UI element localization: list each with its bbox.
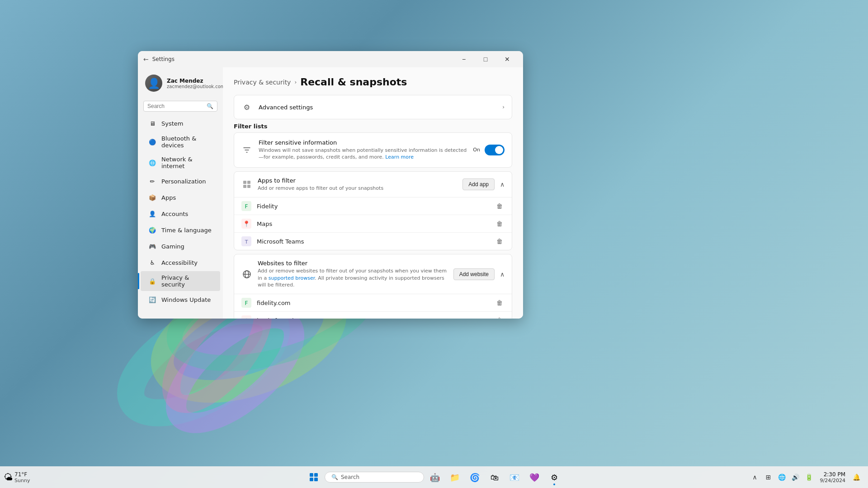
apps-icon: 📦 xyxy=(148,193,157,202)
gaming-icon: 🎮 xyxy=(148,242,157,251)
add-website-button[interactable]: Add website xyxy=(453,268,495,280)
weather-info: 71°F Sunny xyxy=(14,471,30,483)
tray-volume-icon[interactable]: 🔊 xyxy=(789,471,802,483)
sidebar-item-label: System xyxy=(161,120,183,127)
svg-rect-5 xyxy=(243,181,246,184)
breadcrumb-parent[interactable]: Privacy & security xyxy=(234,79,291,86)
window-body: 👤 Zac Mendez zacmendez@outlook.com 🔍 🖥 S… xyxy=(138,67,523,319)
filter-sensitive-toggle[interactable] xyxy=(485,145,505,155)
fidelity-web-logo: F xyxy=(241,298,251,308)
sidebar-item-label: Time & language xyxy=(161,227,212,234)
sidebar-item-personalization[interactable]: ✏️ Personalization xyxy=(141,174,220,189)
breadcrumb-separator: › xyxy=(294,79,297,85)
boa-logo: 🏦 xyxy=(241,315,251,319)
user-email: zacmendez@outlook.com xyxy=(167,84,223,89)
back-icon[interactable]: ← xyxy=(143,56,149,63)
user-info: Zac Mendez zacmendez@outlook.com xyxy=(167,78,223,89)
sidebar-item-label: Privacy & security xyxy=(161,274,213,288)
taskbar-microsoft-store[interactable]: 🛍 xyxy=(486,468,504,486)
breadcrumb: Privacy & security › Recall & snapshots xyxy=(234,76,512,88)
websites-filter-title: Websites to filter xyxy=(258,260,448,267)
clock-time: 2:30 PM xyxy=(824,471,845,478)
taskbar-teams[interactable]: 💜 xyxy=(525,468,543,486)
avatar: 👤 xyxy=(145,75,162,92)
taskbar-settings[interactable]: ⚙️ xyxy=(545,468,563,486)
sidebar-item-label: Network & internet xyxy=(161,156,213,169)
learn-more-link[interactable]: Learn more xyxy=(385,154,414,160)
filter-sensitive-card: Filter sensitive information Windows wil… xyxy=(234,132,512,168)
system-clock[interactable]: 2:30 PM 9/24/2024 xyxy=(817,470,848,484)
maps-logo: 📍 xyxy=(241,219,251,229)
weather-widget[interactable]: 🌤 71°F Sunny xyxy=(0,469,33,485)
user-name: Zac Mendez xyxy=(167,78,223,84)
sidebar-search-box[interactable]: 🔍 xyxy=(143,101,217,112)
sidebar: 👤 Zac Mendez zacmendez@outlook.com 🔍 🖥 S… xyxy=(138,67,223,319)
sidebar-item-gaming[interactable]: 🎮 Gaming xyxy=(141,239,220,254)
delete-boa-button[interactable]: 🗑 xyxy=(495,316,505,319)
notification-icon[interactable]: 🔔 xyxy=(850,471,863,483)
tray-chevron[interactable]: ∧ xyxy=(749,471,761,483)
tray-battery-icon[interactable]: 🔋 xyxy=(803,471,816,483)
svg-text:📍: 📍 xyxy=(243,220,250,228)
svg-text:F: F xyxy=(245,203,248,210)
svg-rect-25 xyxy=(314,473,318,477)
advanced-settings-text: Advanced settings xyxy=(259,104,496,111)
teams-logo: T xyxy=(241,236,251,246)
gear-icon: ⚙️ xyxy=(241,102,252,113)
collapse-apps-button[interactable]: ∧ xyxy=(500,181,505,188)
taskbar: 🌤 71°F Sunny 🔍 Search 🤖 📁 🌀 xyxy=(0,466,868,488)
advanced-settings-row[interactable]: ⚙️ Advanced settings › xyxy=(234,95,512,119)
websites-filter-icon xyxy=(241,269,252,280)
filter-sensitive-text: Filter sensitive information Windows wil… xyxy=(259,139,467,161)
taskbar-file-explorer[interactable]: 📁 xyxy=(446,468,464,486)
sidebar-item-label: Personalization xyxy=(161,178,206,185)
app-name-fidelity: Fidelity xyxy=(257,203,489,210)
sidebar-item-privacy[interactable]: 🔒 Privacy & security xyxy=(141,271,220,291)
taskbar-copilot[interactable]: 🤖 xyxy=(426,468,444,486)
app-name-teams: Microsoft Teams xyxy=(257,238,489,245)
svg-rect-8 xyxy=(247,185,250,188)
website-name-boa: bankofamerica.com xyxy=(257,317,489,319)
close-button[interactable]: ✕ xyxy=(497,52,518,66)
tray-network-icon[interactable]: 🌐 xyxy=(776,471,788,483)
filter-lists-label: Filter lists xyxy=(234,123,512,130)
sidebar-item-update[interactable]: 🔄 Windows Update xyxy=(141,292,220,307)
svg-text:🏦: 🏦 xyxy=(244,318,250,319)
svg-rect-6 xyxy=(247,181,250,184)
start-button[interactable] xyxy=(305,468,323,486)
sidebar-item-system[interactable]: 🖥 System xyxy=(141,116,220,131)
sidebar-search-input[interactable] xyxy=(147,103,204,109)
sidebar-item-label: Apps xyxy=(161,194,176,201)
websites-to-filter-card: Websites to filter Add or remove website… xyxy=(234,254,512,319)
taskbar-edge[interactable]: 🌀 xyxy=(466,468,484,486)
websites-filter-header: Websites to filter Add or remove website… xyxy=(234,254,512,294)
taskbar-search-box[interactable]: 🔍 Search xyxy=(325,472,424,483)
advanced-settings-card[interactable]: ⚙️ Advanced settings › xyxy=(234,95,512,119)
sidebar-item-bluetooth[interactable]: 🔵 Bluetooth & devices xyxy=(141,132,220,152)
taskbar-center: 🔍 Search 🤖 📁 🌀 🛍 📧 💜 ⚙️ xyxy=(305,468,563,486)
website-item-boa: 🏦 bankofamerica.com 🗑 xyxy=(234,312,512,319)
delete-maps-button[interactable]: 🗑 xyxy=(495,219,505,228)
settings-window: ← Settings − □ ✕ 👤 Zac Mendez zacmendez@… xyxy=(138,51,523,319)
delete-fidelity-button[interactable]: 🗑 xyxy=(495,202,505,211)
sidebar-item-accessibility[interactable]: ♿ Accessibility xyxy=(141,255,220,270)
tray-window-icon[interactable]: ⊞ xyxy=(762,471,775,483)
user-profile[interactable]: 👤 Zac Mendez zacmendez@outlook.com xyxy=(138,71,223,99)
sidebar-item-accounts[interactable]: 👤 Accounts xyxy=(141,206,220,221)
delete-fidelity-web-button[interactable]: 🗑 xyxy=(495,298,505,307)
add-app-button[interactable]: Add app xyxy=(462,178,495,190)
app-item-teams: T Microsoft Teams 🗑 xyxy=(234,233,512,250)
apps-to-filter-card: Apps to filter Add or remove apps to fil… xyxy=(234,171,512,250)
svg-rect-7 xyxy=(243,185,246,188)
collapse-websites-button[interactable]: ∧ xyxy=(500,271,505,278)
sidebar-item-apps[interactable]: 📦 Apps xyxy=(141,190,220,205)
apps-filter-info: Apps to filter Add or remove apps to fil… xyxy=(258,177,457,192)
delete-teams-button[interactable]: 🗑 xyxy=(495,237,505,246)
minimize-button[interactable]: − xyxy=(453,52,474,66)
maximize-button[interactable]: □ xyxy=(475,52,496,66)
taskbar-outlook[interactable]: 📧 xyxy=(505,468,524,486)
apps-filter-header: Apps to filter Add or remove apps to fil… xyxy=(234,172,512,197)
supported-browser-link[interactable]: supported browser xyxy=(269,275,315,281)
sidebar-item-time[interactable]: 🌍 Time & language xyxy=(141,222,220,238)
sidebar-item-network[interactable]: 🌐 Network & internet xyxy=(141,153,220,173)
